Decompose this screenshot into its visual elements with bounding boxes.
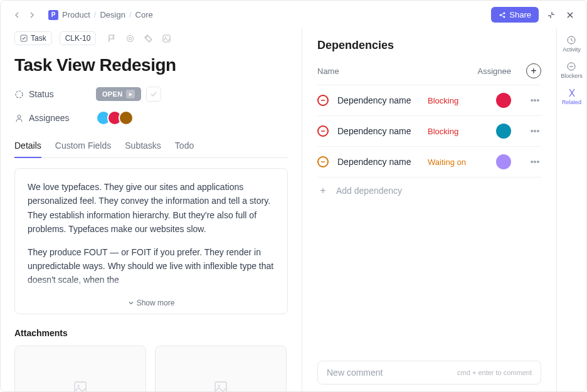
svg-point-12 (78, 384, 80, 386)
top-header: P Product / Design / Core Share (1, 1, 586, 29)
show-more-button[interactable]: Show more (28, 296, 275, 307)
svg-rect-7 (163, 35, 170, 42)
dependencies-panel: Dependencies Name Assignee + Dependency … (302, 29, 556, 392)
description-box[interactable]: We love typefaces. They give our sites a… (14, 168, 288, 314)
comment-placeholder: New comment (327, 368, 383, 378)
rail-blockers[interactable]: Blockers (561, 61, 583, 79)
comment-input[interactable]: New comment cmd + enter to comment (317, 361, 541, 384)
target-icon[interactable] (125, 34, 135, 43)
tab-subtasks[interactable]: Subtasks (125, 134, 161, 158)
task-type-chip[interactable]: Task (14, 31, 52, 45)
nav-forward-button[interactable] (26, 9, 38, 21)
status-icon (14, 90, 24, 99)
comment-hint: cmd + enter to comment (457, 369, 532, 376)
dependency-name: Dependency name (337, 157, 419, 167)
blocking-icon (317, 125, 329, 137)
project-icon: P (48, 10, 58, 20)
svg-point-4 (127, 35, 134, 41)
more-icon[interactable]: ••• (529, 95, 541, 105)
svg-rect-13 (215, 382, 226, 392)
status-next-icon[interactable]: ▸ (126, 90, 135, 98)
avatar[interactable] (119, 110, 134, 125)
tab-custom-fields[interactable]: Custom Fields (55, 134, 111, 158)
breadcrumb: P Product / Design / Core (48, 10, 153, 20)
breadcrumb-item[interactable]: Design (100, 10, 125, 19)
breadcrumb-item[interactable]: Core (135, 10, 153, 19)
task-detail-panel: Task CLK-10 Task View Redesign Status OP… (1, 29, 302, 392)
dependency-name: Dependency name (337, 126, 419, 136)
assignee-avatars[interactable] (96, 110, 134, 125)
avatar[interactable] (496, 93, 511, 108)
blocking-icon (317, 95, 329, 106)
tab-todo[interactable]: Todo (175, 134, 194, 158)
status-pill[interactable]: OPEN ▸ (96, 87, 141, 101)
dependency-status: Blocking (428, 96, 479, 105)
col-name: Name (317, 66, 339, 76)
dependency-status: Blocking (428, 127, 479, 136)
share-button[interactable]: Share (491, 7, 539, 23)
task-title[interactable]: Task View Redesign (14, 55, 288, 75)
dependency-row[interactable]: Dependency name Blocking ••• (317, 85, 541, 115)
description-paragraph: We love typefaces. They give our sites a… (28, 180, 275, 236)
add-dependency-icon-button[interactable]: + (526, 63, 541, 78)
col-assignee: Assignee (478, 66, 511, 76)
tab-details[interactable]: Details (14, 134, 41, 158)
dependency-name: Dependency name (337, 95, 419, 105)
svg-point-9 (16, 91, 23, 98)
task-id-chip[interactable]: CLK-10 (60, 31, 97, 45)
add-dependency-row[interactable]: + Add dependency (317, 177, 541, 204)
flag-icon[interactable] (107, 34, 117, 43)
status-label: Status (14, 89, 96, 99)
close-icon[interactable] (564, 9, 576, 21)
breadcrumb-item[interactable]: Product (62, 10, 90, 19)
dependencies-title: Dependencies (317, 39, 541, 52)
description-paragraph: They produce FOUT — or FOIT if you prefe… (28, 245, 275, 287)
waiting-icon (317, 156, 329, 167)
attachment-placeholder[interactable] (14, 346, 146, 392)
tag-icon[interactable] (144, 34, 153, 43)
tabs: Details Custom Fields Subtasks Todo (14, 134, 288, 158)
svg-point-6 (146, 36, 147, 38)
more-icon[interactable]: ••• (529, 157, 541, 167)
dependency-row[interactable]: Dependency name Blocking ••• (317, 115, 541, 146)
image-icon (73, 381, 87, 392)
rail-activity[interactable]: Activity (563, 35, 581, 53)
collapse-icon[interactable] (545, 9, 558, 21)
attachments-heading: Attachments (14, 328, 288, 338)
svg-point-14 (218, 384, 220, 386)
avatar[interactable] (496, 124, 511, 139)
nav-back-button[interactable] (11, 9, 23, 21)
image-icon (214, 381, 228, 392)
svg-point-8 (165, 36, 166, 38)
person-icon (14, 114, 24, 123)
rail-related[interactable]: Related (562, 88, 581, 105)
svg-point-10 (18, 115, 21, 118)
check-square-icon (20, 34, 28, 42)
assignees-label: Assignees (14, 113, 96, 123)
plus-icon: + (317, 185, 329, 196)
related-icon (567, 88, 577, 98)
more-icon[interactable]: ••• (529, 126, 541, 136)
blockers-icon (566, 61, 576, 72)
share-icon (499, 11, 506, 19)
dependency-row[interactable]: Dependency name Waiting on ••• (317, 146, 541, 177)
svg-rect-11 (75, 382, 86, 392)
share-label: Share (509, 10, 531, 19)
dependency-status: Waiting on (428, 157, 479, 167)
complete-checkbox[interactable] (146, 87, 161, 102)
avatar[interactable] (496, 154, 511, 169)
svg-point-5 (129, 37, 132, 40)
chevron-down-icon (128, 300, 134, 306)
attachment-placeholder[interactable] (155, 346, 287, 392)
activity-icon (566, 35, 576, 45)
image-icon[interactable] (162, 34, 171, 43)
right-rail: Activity Blockers Related (556, 29, 586, 392)
